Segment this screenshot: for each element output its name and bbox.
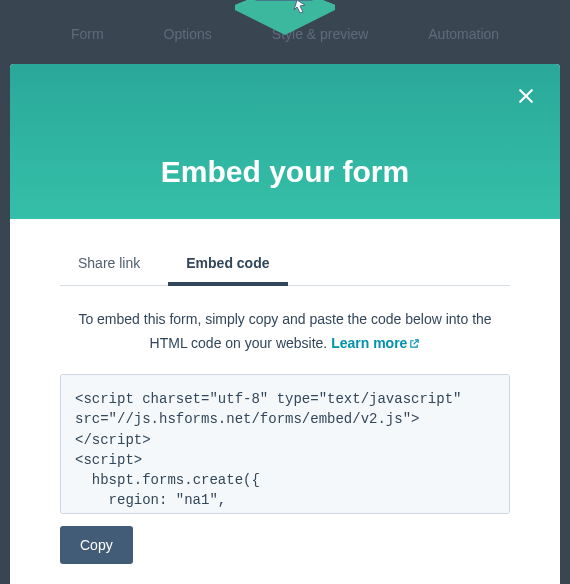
- copy-button[interactable]: Copy: [60, 526, 133, 564]
- form-illustration-icon: [225, 0, 345, 45]
- learn-more-label: Learn more: [331, 335, 407, 351]
- modal-title: Embed your form: [161, 155, 409, 189]
- modal-header: Embed your form: [10, 64, 560, 219]
- instructions-body: To embed this form, simply copy and past…: [78, 311, 491, 351]
- code-container: <script charset="utf-8" type="text/javas…: [60, 374, 510, 514]
- modal-body: Share link Embed code To embed this form…: [10, 219, 560, 584]
- tab-embed-code[interactable]: Embed code: [168, 247, 287, 285]
- svg-marker-1: [235, 0, 335, 35]
- instructions-text: To embed this form, simply copy and past…: [60, 308, 510, 356]
- learn-more-link[interactable]: Learn more: [331, 335, 420, 351]
- external-link-icon: [409, 338, 420, 349]
- tab-share-link[interactable]: Share link: [60, 247, 158, 285]
- close-button[interactable]: [514, 84, 538, 108]
- tabs: Share link Embed code: [60, 247, 510, 286]
- embed-code-textarea[interactable]: <script charset="utf-8" type="text/javas…: [60, 374, 510, 514]
- embed-form-modal: Embed your form Share link Embed code To…: [10, 64, 560, 584]
- close-icon: [516, 86, 536, 106]
